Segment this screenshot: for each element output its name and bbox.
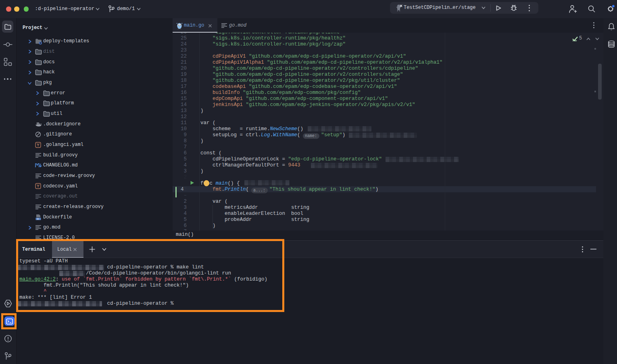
svg-text:D: D xyxy=(37,218,39,220)
